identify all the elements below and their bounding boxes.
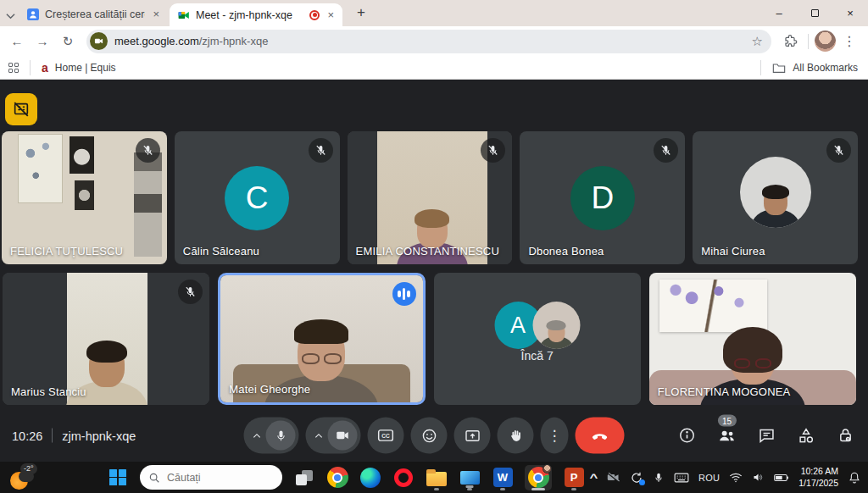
end-call-button[interactable] (576, 418, 625, 454)
mic-options-chevron-icon[interactable] (249, 432, 264, 439)
mic-control-group (244, 418, 299, 454)
touch-keyboard-tray-icon[interactable] (674, 472, 689, 484)
edge-taskbar-icon[interactable] (359, 465, 381, 490)
apps-grid-icon[interactable] (8, 63, 19, 73)
participant-tile-mihai[interactable]: Mihai Ciurea (693, 131, 858, 264)
file-explorer-taskbar-icon[interactable] (426, 465, 448, 490)
extensions-icon[interactable] (778, 30, 802, 53)
participant-tile-felicia[interactable]: FELICIA TUȚULESCU (2, 131, 167, 264)
participant-grid-row-1: FELICIA TUȚULESCU C Călin Sălceanu (2, 131, 858, 264)
avatar: D (570, 166, 635, 230)
browser-window-chrome: Creșterea calității cercetării, pro × Me… (0, 0, 868, 80)
browser-toolbar: ← → ↻ meet.google.com/zjm-hpnk-xqe ☆ ⋮ (0, 26, 868, 56)
tab-close-icon[interactable]: × (326, 8, 336, 21)
search-input[interactable] (167, 472, 260, 484)
bookmark-star-icon[interactable]: ☆ (752, 34, 763, 49)
meeting-control-bar: 10:26 zjm-hpnk-xqe (0, 409, 868, 462)
captions-button[interactable]: CC (368, 418, 404, 454)
meeting-clock: 10:26 (12, 429, 42, 442)
edge-icon (360, 468, 381, 488)
meeting-details-info-icon[interactable] (678, 427, 696, 445)
more-participants-label: Încă 7 (434, 349, 641, 363)
person-silhouette (539, 322, 573, 349)
task-view-button[interactable] (293, 465, 315, 490)
participant-tile-emilia[interactable]: EMILIA CONSTANTINESCU (348, 131, 513, 264)
monitor-app-taskbar-icon[interactable] (459, 465, 481, 490)
mic-muted-icon (826, 138, 851, 163)
window-controls: – × (761, 0, 868, 26)
volume-tray-icon[interactable] (752, 471, 765, 484)
participants-panel-icon[interactable]: 15 (717, 426, 737, 446)
meeting-info: 10:26 zjm-hpnk-xqe (12, 429, 136, 443)
notification-dot (639, 479, 645, 485)
participant-name: Matei Gheorghe (229, 383, 310, 396)
camera-off-tray-icon[interactable] (606, 470, 620, 485)
word-taskbar-icon[interactable]: W (492, 465, 514, 490)
chrome-icon (327, 467, 348, 488)
camera-options-chevron-icon[interactable] (311, 432, 326, 439)
participant-tile-calin[interactable]: C Călin Sălceanu (175, 131, 340, 264)
overflow-participants-tile[interactable]: A Încă 7 (434, 273, 641, 405)
start-button[interactable] (107, 465, 129, 490)
camera-site-badge-icon[interactable] (90, 32, 108, 50)
camera-toggle-button[interactable] (328, 421, 358, 451)
wifi-tray-icon[interactable] (729, 472, 743, 483)
sync-update-tray-icon[interactable] (630, 471, 643, 485)
participant-tile-matei-active-speaker[interactable]: Matei Gheorghe (218, 273, 425, 405)
restore-button[interactable] (797, 0, 832, 26)
profile-avatar[interactable] (815, 30, 836, 52)
reload-button[interactable]: ↻ (56, 30, 80, 53)
raise-hand-button[interactable] (498, 418, 534, 454)
meet-favicon (178, 9, 190, 21)
opera-taskbar-icon[interactable] (392, 465, 415, 490)
recording-indicator-icon (309, 10, 320, 20)
participant-tile-florentina[interactable]: FLORENTINA MOGONEA (649, 273, 856, 405)
tray-overflow-chevron-icon[interactable]: ^ (590, 472, 598, 484)
language-indicator[interactable]: ROU (698, 473, 720, 483)
bookmark-home-equis[interactable]: Home | Equis (55, 62, 116, 74)
notifications-bell-icon[interactable] (848, 471, 861, 485)
present-screen-button[interactable] (454, 418, 491, 454)
participant-name: Dbonea Bonea (528, 245, 604, 258)
taskbar-clock[interactable]: 10:26 AM 1/17/2025 (798, 466, 838, 489)
battery-tray-icon[interactable] (774, 473, 789, 483)
powerpoint-taskbar-icon[interactable]: P (563, 465, 585, 490)
activities-panel-icon[interactable] (797, 426, 815, 445)
restore-icon (811, 9, 819, 17)
participant-name: FELICIA TUȚULESCU (10, 245, 123, 258)
tab-search-icon[interactable] (6, 8, 15, 23)
tab-title: Creșterea calității cercetării, pro (45, 8, 145, 20)
avatar: C (225, 166, 289, 230)
weather-widget[interactable]: -2° (8, 463, 46, 492)
overflow-avatars: A (494, 302, 580, 349)
camera-control-group (306, 418, 361, 454)
minimize-button[interactable]: – (761, 0, 797, 26)
folder-icon (426, 472, 447, 486)
back-button[interactable]: ← (5, 30, 29, 53)
participant-name: FLORENTINA MOGONEA (658, 385, 791, 398)
participant-tile-marius[interactable]: Marius Stanciu (3, 273, 209, 405)
chrome-taskbar-icon[interactable] (326, 465, 348, 490)
microphone-tray-icon[interactable] (653, 472, 665, 484)
tab-meet[interactable]: Meet - zjm-hpnk-xqe × (170, 3, 342, 26)
search-icon (148, 472, 160, 484)
address-bar[interactable]: meet.google.com/zjm-hpnk-xqe ☆ (86, 30, 771, 53)
mic-toggle-button[interactable] (266, 421, 296, 451)
reactions-emoji-button[interactable] (411, 418, 448, 454)
tab-close-icon[interactable]: × (151, 8, 161, 20)
close-window-button[interactable]: × (832, 0, 868, 26)
browser-menu-icon[interactable]: ⋮ (837, 30, 861, 53)
tab-cresterea[interactable]: Creșterea calității cercetării, pro × (19, 3, 168, 25)
participant-tile-dbonea[interactable]: D Dbonea Bonea (520, 131, 685, 264)
participant-name: Marius Stanciu (11, 385, 86, 398)
host-controls-lock-icon[interactable] (837, 427, 854, 445)
chat-panel-icon[interactable] (758, 427, 776, 445)
taskbar-search[interactable] (140, 465, 282, 490)
mic-muted-icon (654, 138, 678, 163)
new-tab-button[interactable]: + (351, 4, 371, 21)
chrome-active-taskbar-icon[interactable] (525, 465, 552, 490)
presentation-blocked-warning-icon[interactable] (5, 93, 37, 125)
all-bookmarks-button[interactable]: All Bookmarks (793, 62, 858, 74)
more-options-button[interactable]: ⋮ (541, 418, 569, 454)
forward-button[interactable]: → (31, 30, 54, 53)
